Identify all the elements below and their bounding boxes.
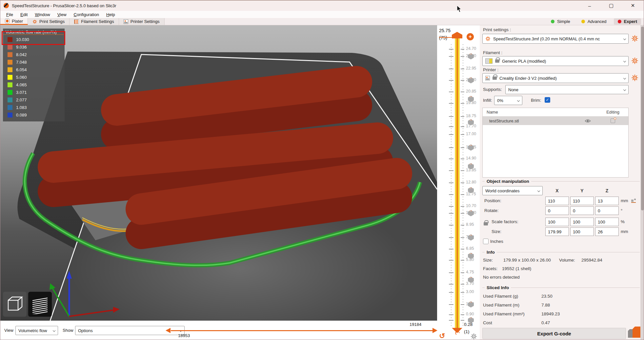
field-rotate-x[interactable] [545, 206, 569, 215]
legend-color-swatch [8, 97, 12, 102]
ruler-tick: 10.70 [437, 206, 480, 207]
drop-to-bed-icon[interactable] [631, 199, 636, 203]
editor-view-button[interactable] [3, 292, 27, 317]
export-gcode-button[interactable]: Export G-code [482, 328, 626, 339]
sliced-value: 0.47 [541, 320, 550, 325]
hslider-left-arrow[interactable] [166, 328, 171, 333]
mode-simple[interactable]: Simple [547, 18, 574, 25]
sd-card-icon[interactable] [628, 327, 642, 340]
manipulation-title: Object manipulation [482, 179, 640, 184]
panel-scrollbar[interactable] [640, 25, 644, 340]
printer-gear-button[interactable] [631, 74, 639, 82]
mode-advanced[interactable]: Advanced [577, 18, 611, 25]
menu-view[interactable]: View [54, 11, 70, 18]
field-position-y[interactable] [570, 197, 594, 205]
field-position-x[interactable] [545, 197, 569, 205]
mode-switcher: SimpleAdvancedExpert [547, 18, 644, 25]
printer-combo[interactable]: Creality Ender-3 V2 (modified) [482, 73, 629, 83]
scale-lock-icon[interactable] [484, 222, 488, 225]
ruler-tick-label: 10.70 [466, 203, 476, 208]
object-list-row[interactable]: testStructure.stl [483, 117, 628, 125]
tab-printer-settings[interactable]: Printer Settings [119, 18, 165, 25]
legend-color-swatch [8, 90, 12, 95]
field-rotate-y[interactable] [570, 206, 594, 215]
menu-configuration[interactable]: Configuration [70, 11, 102, 18]
filament-label: Filament : [483, 50, 502, 55]
legend-value: 6.054 [16, 67, 27, 72]
mode-label: Advanced [588, 19, 607, 24]
object-list-header: Name Editing [483, 108, 628, 117]
ruler-tick-label: 20.85 [466, 89, 476, 94]
tab-filament-settings[interactable]: Filament Settings [70, 18, 119, 25]
axis-header-y: Y [570, 188, 594, 193]
maximize-button[interactable]: ▢ [600, 0, 622, 11]
view-combo[interactable]: Volumetric flow [15, 326, 58, 335]
brim-checkbox[interactable]: ✓ [545, 97, 550, 103]
upper-slider-thumb[interactable] [452, 32, 462, 38]
mode-expert[interactable]: Expert [614, 18, 641, 25]
inches-checkbox[interactable] [483, 239, 489, 244]
tab-plater[interactable]: Plater [0, 18, 28, 25]
filament-value: Generic PLA (modified) [502, 59, 546, 64]
preview-view-button[interactable] [28, 292, 52, 317]
coordinates-combo[interactable]: World coordinates [482, 186, 543, 195]
print-settings-combo[interactable]: SpeedTestStructure.3mf (0.20 mm NORMAL (… [482, 34, 629, 44]
supports-combo[interactable]: None [505, 85, 629, 94]
add-gcode-button[interactable]: + [467, 33, 474, 40]
eye-icon[interactable] [578, 119, 597, 123]
legend-color-swatch [8, 52, 12, 57]
legend-item[interactable]: 3.071 [3, 89, 65, 96]
field-position-z[interactable] [595, 197, 619, 205]
legend-item[interactable]: 0.089 [3, 111, 65, 119]
legend-color-swatch [8, 113, 12, 117]
mouse-cursor [457, 6, 462, 14]
slider-settings-gear-icon[interactable] [471, 333, 477, 340]
minimize-button[interactable]: – [579, 0, 600, 11]
horizontal-move-slider[interactable] [171, 330, 433, 331]
printer-icon [485, 76, 490, 80]
menu-file[interactable]: File [3, 11, 16, 18]
legend-item[interactable]: 1.083 [3, 104, 65, 111]
close-button[interactable]: ✕ [622, 0, 644, 11]
field-size-z[interactable] [595, 227, 619, 236]
field-scalefactors-y[interactable] [570, 218, 594, 226]
legend-item[interactable]: 4.065 [3, 81, 65, 89]
printer-icon [124, 19, 128, 24]
legend-item[interactable]: 6.054 [3, 66, 65, 74]
sliced-info-title: Sliced Info [482, 285, 640, 290]
lock-icon [495, 59, 499, 63]
revert-icon[interactable]: ↺ [439, 332, 445, 340]
field-size-y[interactable] [570, 227, 594, 236]
hslider-right-arrow[interactable] [433, 328, 437, 333]
info-facets-label: Facets: [483, 266, 497, 271]
field-scalefactors-x[interactable] [545, 218, 569, 226]
field-size-x[interactable] [545, 227, 569, 236]
infill-combo[interactable]: 0% [494, 96, 522, 105]
legend-item[interactable]: 5.060 [3, 74, 65, 81]
print-settings-gear-button[interactable] [631, 35, 639, 43]
field-rotate-z[interactable] [595, 206, 619, 215]
ruler-tick-label: 17.00 [466, 132, 476, 136]
mode-label: Simple [557, 19, 570, 24]
tab-label: Plater [12, 19, 23, 24]
3d-viewport[interactable]: Volumetric flow rate (mm³/s) 10.0309.036… [0, 25, 437, 321]
print-settings-label: Print settings : [483, 27, 511, 32]
filament-combo[interactable]: Generic PLA (modified) [482, 56, 629, 66]
object-editing-icon[interactable] [597, 118, 628, 123]
view-label: View [4, 328, 13, 333]
title-bar[interactable]: SpeedTestStructure - PrusaSlicer-2.5.0 b… [0, 0, 644, 11]
legend-item[interactable]: 2.077 [3, 96, 65, 104]
field-scalefactors-z[interactable] [595, 218, 619, 226]
legend-value: 5.060 [16, 75, 27, 80]
tab-print-settings[interactable]: Print Settings [28, 18, 70, 25]
menu-window[interactable]: Window [31, 11, 53, 18]
filament-gear-button[interactable] [631, 57, 639, 65]
ruler-tick: 20.90G [437, 80, 480, 81]
menu-help[interactable]: Help [103, 11, 118, 18]
legend-item[interactable]: 7.048 [3, 58, 65, 66]
legend-item[interactable]: 8.042 [3, 51, 65, 58]
menu-edit[interactable]: Edit [17, 11, 31, 18]
ruler-tick: 14.90 [437, 159, 480, 159]
manipulation-row: Scale factors:% [480, 218, 631, 226]
info-size-label: Size: [483, 258, 493, 263]
